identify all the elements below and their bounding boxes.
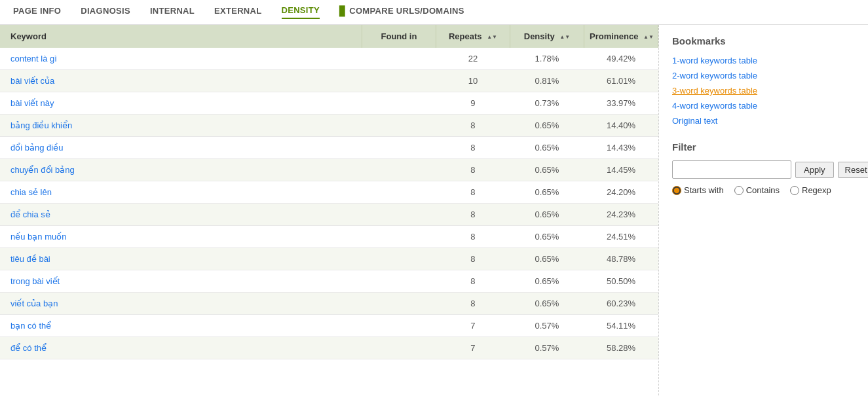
table-row: đổi bảng điều80.65%14.43% xyxy=(0,137,658,159)
prominence-cell: 33.97% xyxy=(584,92,658,115)
found-in-cell xyxy=(362,248,436,270)
bookmarks-title: Bookmarks xyxy=(672,35,855,46)
bookmark-item: 4-word keywords table xyxy=(672,101,855,111)
found-in-cell xyxy=(362,226,436,248)
repeats-cell: 7 xyxy=(436,337,510,359)
keyword-link[interactable]: để chia sẻ xyxy=(10,209,50,219)
col-prominence[interactable]: Prominence ▲▼ xyxy=(584,25,658,48)
repeats-cell: 8 xyxy=(436,137,510,159)
keyword-link[interactable]: tiêu đề bài xyxy=(10,254,50,264)
nav-density[interactable]: DENSITY xyxy=(282,5,320,19)
table-header-row: Keyword Found in Repeats ▲▼ Density ▲▼ P… xyxy=(0,25,658,48)
density-cell: 0.65% xyxy=(510,159,584,181)
keyword-link[interactable]: để có thể xyxy=(10,343,47,353)
bookmark-item: Original text xyxy=(672,116,855,126)
prominence-cell: 61.01% xyxy=(584,70,658,92)
filter-input[interactable] xyxy=(672,160,791,179)
table-row: để có thể70.57%58.28% xyxy=(0,337,658,359)
prominence-sort-icon[interactable]: ▲▼ xyxy=(643,35,654,40)
col-repeats[interactable]: Repeats ▲▼ xyxy=(436,25,510,48)
keyword-link[interactable]: chia sẻ lên xyxy=(10,187,52,197)
keyword-link[interactable]: bài viết này xyxy=(10,98,54,108)
keyword-cell: nếu bạn muốn xyxy=(0,226,362,248)
repeats-cell: 22 xyxy=(436,48,510,70)
table-row: chuyển đổi bảng80.65%14.45% xyxy=(0,159,658,181)
found-in-cell xyxy=(362,159,436,181)
col-density[interactable]: Density ▲▼ xyxy=(510,25,584,48)
density-cell: 0.65% xyxy=(510,181,584,204)
apply-button[interactable]: Apply xyxy=(795,162,834,178)
prominence-cell: 14.43% xyxy=(584,137,658,159)
keyword-link[interactable]: viết của bạn xyxy=(10,299,58,308)
found-in-cell xyxy=(362,270,436,293)
prominence-cell: 24.20% xyxy=(584,181,658,204)
bookmark-link-4word[interactable]: 4-word keywords table xyxy=(672,101,757,111)
prominence-cell: 60.23% xyxy=(584,293,658,315)
keyword-link[interactable]: bảng điều khiển xyxy=(10,120,72,130)
density-cell: 0.81% xyxy=(510,70,584,92)
repeats-cell: 9 xyxy=(436,92,510,115)
prominence-cell: 14.45% xyxy=(584,159,658,181)
repeats-sort-icon[interactable]: ▲▼ xyxy=(487,35,497,40)
keyword-cell: chuyển đổi bảng xyxy=(0,159,362,181)
density-cell: 0.65% xyxy=(510,115,584,137)
prominence-cell: 49.42% xyxy=(584,48,658,70)
nav-page-info[interactable]: PAGE INFO xyxy=(13,6,61,18)
density-cell: 0.65% xyxy=(510,248,584,270)
found-in-cell xyxy=(362,293,436,315)
prominence-cell: 50.50% xyxy=(584,270,658,293)
keyword-link[interactable]: chuyển đổi bảng xyxy=(10,165,75,175)
found-in-cell xyxy=(362,115,436,137)
keyword-link[interactable]: content là gì xyxy=(10,54,57,64)
reset-button[interactable]: Reset xyxy=(838,162,868,178)
table-row: content là gì221.78%49.42% xyxy=(0,48,658,70)
keyword-link[interactable]: bài viết của xyxy=(10,76,54,86)
nav-diagnosis[interactable]: DIAGNOSIS xyxy=(81,6,130,18)
keywords-table: Keyword Found in Repeats ▲▼ Density ▲▼ P… xyxy=(0,25,658,359)
sidebar: Bookmarks 1-word keywords table2-word ke… xyxy=(658,25,868,395)
density-cell: 1.78% xyxy=(510,48,584,70)
density-cell: 0.57% xyxy=(510,315,584,337)
bookmark-item: 2-word keywords table xyxy=(672,71,855,81)
prominence-cell: 14.40% xyxy=(584,115,658,137)
found-in-cell xyxy=(362,315,436,337)
found-in-cell xyxy=(362,337,436,359)
density-cell: 0.65% xyxy=(510,270,584,293)
bookmark-list: 1-word keywords table2-word keywords tab… xyxy=(672,56,855,126)
keyword-link[interactable]: trong bài viết xyxy=(10,276,60,286)
bookmark-link-original[interactable]: Original text xyxy=(672,116,717,126)
filter-options: Starts withContainsRegexp xyxy=(672,185,855,195)
nav-external[interactable]: EXTERNAL xyxy=(214,6,261,18)
col-keyword: Keyword xyxy=(0,25,362,48)
table-row: bạn có thể70.57%54.11% xyxy=(0,315,658,337)
keyword-link[interactable]: đổi bảng điều xyxy=(10,143,63,153)
filter-option-starts-with[interactable]: Starts with xyxy=(672,185,724,195)
repeats-cell: 8 xyxy=(436,270,510,293)
density-cell: 0.73% xyxy=(510,92,584,115)
repeats-cell: 8 xyxy=(436,226,510,248)
nav-internal[interactable]: INTERNAL xyxy=(150,6,195,18)
main-layout: Keyword Found in Repeats ▲▼ Density ▲▼ P… xyxy=(0,25,868,395)
keyword-link[interactable]: nếu bạn muốn xyxy=(10,232,66,242)
table-row: tiêu đề bài80.65%48.78% xyxy=(0,248,658,270)
found-in-cell xyxy=(362,181,436,204)
keyword-link[interactable]: bạn có thể xyxy=(10,321,51,331)
filter-radio-regex[interactable] xyxy=(790,186,799,195)
filter-option-contains[interactable]: Contains xyxy=(734,185,780,195)
found-in-cell xyxy=(362,48,436,70)
density-cell: 0.65% xyxy=(510,204,584,226)
density-sort-icon[interactable]: ▲▼ xyxy=(559,35,570,40)
bookmark-link-1word[interactable]: 1-word keywords table xyxy=(672,56,757,65)
bookmark-link-2word[interactable]: 2-word keywords table xyxy=(672,71,757,81)
filter-option-regex[interactable]: Regexp xyxy=(790,185,831,195)
bookmark-link-3word[interactable]: 3-word keywords table xyxy=(672,86,757,96)
density-cell: 0.57% xyxy=(510,337,584,359)
nav-compare[interactable]: ▊ COMPARE URLS/DOMAINS xyxy=(339,6,464,19)
filter-radio-starts-with[interactable] xyxy=(672,186,681,195)
table-row: chia sẻ lên80.65%24.20% xyxy=(0,181,658,204)
found-in-cell xyxy=(362,137,436,159)
repeats-cell: 8 xyxy=(436,204,510,226)
filter-radio-contains[interactable] xyxy=(734,186,744,195)
table-row: bài viết của100.81%61.01% xyxy=(0,70,658,92)
keyword-cell: để có thể xyxy=(0,337,362,359)
